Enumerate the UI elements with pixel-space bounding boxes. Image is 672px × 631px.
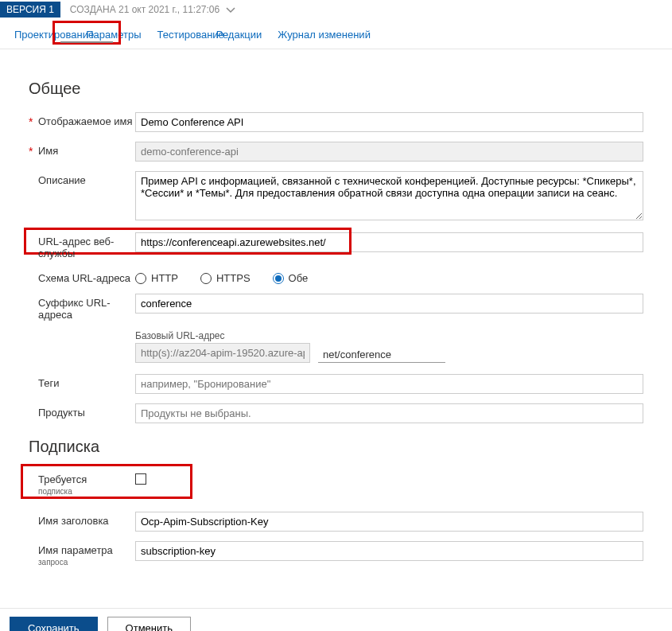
- url-suffix-input[interactable]: [135, 294, 643, 314]
- label-name: Имя: [38, 142, 135, 157]
- products-input[interactable]: [135, 403, 643, 423]
- tags-input[interactable]: [135, 374, 643, 394]
- label-display-name: Отображаемое имя: [38, 112, 135, 127]
- label-tags: Теги: [38, 374, 135, 389]
- base-url-prefix: [135, 343, 310, 363]
- label-url-suffix: Суффикс URL-адреса: [38, 294, 135, 321]
- label-description: Описание: [38, 171, 135, 186]
- required-marker: *: [29, 112, 38, 128]
- label-query-param: Имя параметра запроса: [38, 541, 135, 567]
- query-param-input[interactable]: [135, 541, 643, 561]
- subscription-required-checkbox[interactable]: [135, 473, 146, 485]
- section-subscription: Подписка: [29, 438, 643, 456]
- label-products: Продукты: [38, 403, 135, 419]
- radio-both[interactable]: Обе: [273, 272, 309, 284]
- tab-test[interactable]: Тестирование: [157, 25, 224, 45]
- radio-http[interactable]: HTTP: [135, 272, 178, 284]
- required-marker: *: [29, 142, 38, 158]
- display-name-input[interactable]: [135, 112, 643, 132]
- chevron-down-icon: [226, 7, 235, 14]
- created-date[interactable]: СОЗДАНА 21 окт 2021 г., 11:27:06: [70, 4, 235, 15]
- web-service-url-input[interactable]: [135, 232, 643, 252]
- label-header-name: Имя заголовка: [38, 512, 135, 527]
- active-tab-underline: [60, 41, 113, 43]
- description-textarea[interactable]: Пример API с информацией, связанной с те…: [135, 171, 643, 220]
- tab-revisions[interactable]: Редакции: [216, 25, 262, 45]
- label-url-scheme: Схема URL-адреса: [38, 269, 135, 284]
- label-web-service-url: URL-адрес веб-службы: [38, 232, 135, 259]
- label-base-url: Базовый URL-адрес: [135, 330, 643, 341]
- version-badge: ВЕРСИЯ 1: [0, 2, 60, 18]
- save-button[interactable]: Сохранить: [10, 617, 98, 631]
- base-url-suffix: net/conference: [318, 347, 445, 363]
- name-input: [135, 142, 643, 162]
- label-required: Требуется подписка: [38, 470, 135, 496]
- radio-https[interactable]: HTTPS: [200, 272, 251, 284]
- cancel-button[interactable]: Отменить: [107, 617, 191, 631]
- header-name-input[interactable]: [135, 512, 643, 532]
- section-general: Общее: [29, 80, 643, 98]
- tab-changelog[interactable]: Журнал изменений: [278, 25, 371, 45]
